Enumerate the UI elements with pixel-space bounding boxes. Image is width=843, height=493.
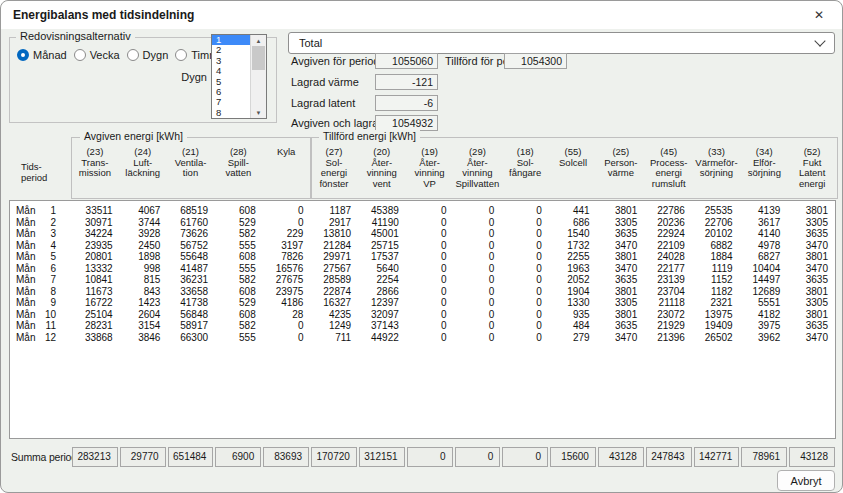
table-row[interactable]: Mån7108418153623158227675285892254000205… bbox=[10, 274, 835, 286]
radio-option-månad[interactable]: Månad bbox=[17, 49, 67, 61]
column-header: Kyla bbox=[262, 144, 310, 189]
table-cell: 0 bbox=[454, 240, 502, 252]
table-cell: 12689 bbox=[740, 286, 788, 298]
table-cell: 44922 bbox=[358, 332, 406, 344]
row-period-label: Mån3 bbox=[10, 228, 72, 240]
table-cell: 27675 bbox=[263, 274, 311, 286]
period-word: Mån bbox=[16, 309, 42, 321]
table-cell: 12397 bbox=[358, 297, 406, 309]
table-row[interactable]: Mån1128231315458917582012493714300048436… bbox=[10, 320, 835, 332]
table-cell: 4139 bbox=[740, 205, 788, 217]
scroll-up-icon[interactable]: ▲ bbox=[256, 35, 262, 46]
summary-value: 142771 bbox=[694, 447, 740, 467]
column-header: (55) Solcell bbox=[549, 144, 597, 189]
table-cell: 34224 bbox=[72, 228, 120, 240]
table-cell: 582 bbox=[215, 228, 263, 240]
table-cell: 7826 bbox=[263, 251, 311, 263]
table-cell: 3470 bbox=[597, 332, 645, 344]
table-cell: 2917 bbox=[310, 217, 358, 229]
table-cell: 37143 bbox=[358, 320, 406, 332]
table-cell: 5551 bbox=[740, 297, 788, 309]
table-row[interactable]: Mån4239352450567525553197212842571500017… bbox=[10, 240, 835, 252]
summary-value: 15600 bbox=[550, 447, 596, 467]
table-cell: 5640 bbox=[358, 263, 406, 275]
scroll-down-icon[interactable]: ▼ bbox=[256, 107, 262, 118]
period-number: 3 bbox=[42, 228, 56, 240]
table-cell: 3744 bbox=[120, 217, 168, 229]
table-cell: 0 bbox=[501, 228, 549, 240]
table-cell: 3470 bbox=[787, 263, 835, 275]
table-cell: 22924 bbox=[644, 228, 692, 240]
summary-value: 6900 bbox=[215, 447, 261, 467]
day-listbox[interactable]: 12345678 ▲ ▼ bbox=[211, 34, 267, 119]
table-row[interactable]: Mån3342243928736265822291381045001000154… bbox=[10, 228, 835, 240]
column-header: (18) Sol- fångare bbox=[501, 144, 549, 189]
table-cell: 0 bbox=[501, 251, 549, 263]
table-cell: 529 bbox=[215, 297, 263, 309]
table-cell: 25715 bbox=[358, 240, 406, 252]
table-cell: 3197 bbox=[263, 240, 311, 252]
table-cell: 0 bbox=[406, 217, 454, 229]
table-cell: 13975 bbox=[692, 309, 740, 321]
table-row[interactable]: Mån6133329984148755516576275675640000196… bbox=[10, 263, 835, 275]
energy-balance-dialog: Energibalans med tidsindelning ✕ Redovis… bbox=[0, 0, 843, 493]
period-number: 4 bbox=[42, 240, 56, 252]
table-cell: 529 bbox=[215, 217, 263, 229]
table-row[interactable]: Mån2309713744617605290291741190000686330… bbox=[10, 217, 835, 229]
table-cell: 3801 bbox=[597, 205, 645, 217]
table-cell: 0 bbox=[406, 286, 454, 298]
table-cell: 10841 bbox=[72, 274, 120, 286]
table-cell: 45001 bbox=[358, 228, 406, 240]
table-row[interactable]: Mån9167221423417385294186163271239700013… bbox=[10, 297, 835, 309]
radio-option-dygn[interactable]: Dygn bbox=[127, 49, 169, 61]
table-cell: 24028 bbox=[644, 251, 692, 263]
table-cell: 27567 bbox=[310, 263, 358, 275]
table-cell: 4186 bbox=[263, 297, 311, 309]
table-cell: 45389 bbox=[358, 205, 406, 217]
table-cell: 998 bbox=[120, 263, 168, 275]
lagrad-latent-label: Lagrad latent bbox=[291, 97, 355, 109]
listbox-item[interactable]: 8 bbox=[212, 108, 250, 118]
tillford-group-label: Tillförd energi [kWh] bbox=[319, 130, 420, 142]
radio-option-vecka[interactable]: Vecka bbox=[74, 49, 120, 61]
table-cell: 0 bbox=[406, 320, 454, 332]
table-cell: 0 bbox=[406, 297, 454, 309]
listbox-item[interactable]: 4 bbox=[212, 66, 250, 76]
close-icon[interactable]: ✕ bbox=[796, 1, 842, 29]
table-cell: 686 bbox=[549, 217, 597, 229]
table-cell: 608 bbox=[215, 251, 263, 263]
table-cell: 3801 bbox=[787, 286, 835, 298]
period-word: Mån bbox=[16, 205, 42, 217]
table-body[interactable]: Mån1335114067685196080118745389000441380… bbox=[9, 200, 836, 439]
table-cell: 4182 bbox=[740, 309, 788, 321]
period-number: 5 bbox=[42, 251, 56, 263]
listbox-scrollbar[interactable]: ▲ ▼ bbox=[250, 35, 266, 118]
table-cell: 0 bbox=[406, 228, 454, 240]
table-row[interactable]: Mån1025104260456848608284235320970009353… bbox=[10, 309, 835, 321]
period-word: Mån bbox=[16, 228, 42, 240]
avgiven-lagrad-label: Avgiven och lagrad bbox=[291, 117, 384, 129]
row-period-label: Mån5 bbox=[10, 251, 72, 263]
column-header: (25) Person- värme bbox=[597, 144, 645, 189]
table-cell: 10404 bbox=[740, 263, 788, 275]
table-cell: 0 bbox=[454, 297, 502, 309]
table-row[interactable]: Mån1233868384666300555071144922000279347… bbox=[10, 332, 835, 344]
table-cell: 0 bbox=[454, 228, 502, 240]
row-period-label: Mån11 bbox=[10, 320, 72, 332]
row-period-label: Mån2 bbox=[10, 217, 72, 229]
table-row[interactable]: Mån5208011898556486087826299711753700022… bbox=[10, 251, 835, 263]
table-cell: 3801 bbox=[597, 251, 645, 263]
table-cell: 0 bbox=[406, 205, 454, 217]
table-cell: 0 bbox=[263, 332, 311, 344]
table-row[interactable]: Mån1335114067685196080118745389000441380… bbox=[10, 205, 835, 217]
cancel-button[interactable]: Avbryt bbox=[777, 470, 835, 491]
table-cell: 1423 bbox=[120, 297, 168, 309]
period-number: 12 bbox=[42, 332, 56, 344]
scroll-thumb[interactable] bbox=[252, 46, 265, 70]
table-row[interactable]: Mån8116738433365860823975228742866000190… bbox=[10, 286, 835, 298]
row-period-label: Mån8 bbox=[10, 286, 72, 298]
total-dropdown[interactable]: Total bbox=[288, 32, 835, 54]
summary-value: 312151 bbox=[359, 447, 405, 467]
table-cell: 3617 bbox=[740, 217, 788, 229]
summary-value: 651484 bbox=[168, 447, 214, 467]
